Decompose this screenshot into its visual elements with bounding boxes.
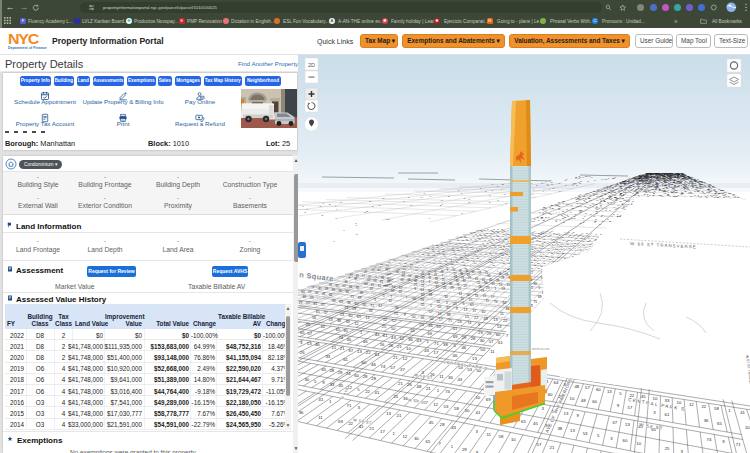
- svg-text:10: 10: [636, 441, 641, 446]
- svg-text:57: 57: [571, 205, 573, 206]
- svg-text:36: 36: [414, 279, 418, 283]
- svg-text:25: 25: [647, 194, 649, 195]
- svg-text:9: 9: [593, 235, 594, 237]
- svg-text:43: 43: [343, 230, 345, 231]
- svg-text:17: 17: [362, 274, 366, 278]
- svg-text:65: 65: [336, 284, 340, 288]
- svg-text:17: 17: [464, 198, 466, 199]
- svg-text:36: 36: [611, 198, 613, 199]
- svg-text:43: 43: [678, 182, 680, 183]
- svg-text:29: 29: [468, 276, 472, 280]
- svg-text:38: 38: [354, 277, 358, 281]
- svg-text:60: 60: [386, 219, 388, 220]
- svg-text:11: 11: [355, 223, 357, 224]
- svg-text:25: 25: [486, 286, 490, 290]
- svg-text:10: 10: [559, 241, 561, 243]
- svg-text:41: 41: [489, 246, 491, 248]
- svg-text:28: 28: [440, 422, 445, 427]
- svg-text:21: 21: [321, 303, 325, 307]
- svg-text:37: 37: [663, 175, 665, 176]
- svg-text:57: 57: [586, 176, 588, 177]
- svg-text:61: 61: [551, 205, 553, 206]
- svg-text:29: 29: [457, 237, 459, 239]
- svg-text:45: 45: [429, 420, 434, 425]
- svg-text:33: 33: [590, 214, 592, 215]
- svg-text:58: 58: [442, 282, 446, 286]
- svg-text:38: 38: [337, 319, 341, 323]
- svg-text:64: 64: [421, 288, 425, 292]
- svg-text:22: 22: [723, 195, 725, 196]
- svg-text:60: 60: [551, 208, 553, 209]
- svg-text:23: 23: [558, 206, 560, 207]
- svg-text:46: 46: [651, 173, 653, 174]
- svg-text:26: 26: [379, 205, 381, 206]
- svg-text:22: 22: [566, 204, 568, 205]
- svg-text:12: 12: [433, 402, 438, 407]
- svg-text:22: 22: [737, 197, 739, 198]
- svg-text:41: 41: [359, 424, 364, 429]
- svg-text:25: 25: [634, 178, 636, 179]
- svg-text:38: 38: [544, 241, 546, 243]
- svg-text:28: 28: [600, 201, 602, 202]
- svg-text:7: 7: [639, 196, 640, 197]
- svg-text:71: 71: [599, 199, 601, 200]
- svg-text:9: 9: [591, 232, 592, 234]
- svg-text:60: 60: [548, 392, 553, 397]
- svg-text:60: 60: [581, 203, 583, 204]
- svg-text:21: 21: [633, 182, 635, 183]
- svg-text:36: 36: [543, 238, 545, 240]
- svg-text:60: 60: [703, 187, 705, 188]
- svg-text:33: 33: [724, 194, 726, 195]
- svg-text:38: 38: [676, 187, 678, 188]
- svg-text:50: 50: [449, 240, 451, 242]
- svg-text:30: 30: [550, 214, 552, 215]
- svg-text:65: 65: [489, 195, 491, 196]
- svg-text:58: 58: [671, 173, 673, 174]
- svg-text:53: 53: [501, 287, 505, 291]
- svg-text:53: 53: [444, 404, 449, 409]
- svg-text:38: 38: [538, 220, 540, 221]
- svg-text:23: 23: [597, 200, 599, 201]
- svg-text:28: 28: [623, 192, 625, 193]
- svg-text:36: 36: [648, 185, 650, 186]
- svg-text:30: 30: [304, 377, 309, 382]
- svg-text:37: 37: [671, 187, 673, 188]
- svg-text:5: 5: [610, 185, 611, 186]
- svg-text:26: 26: [407, 382, 412, 387]
- svg-text:53: 53: [587, 181, 589, 182]
- svg-text:15: 15: [465, 315, 469, 319]
- svg-text:58: 58: [576, 201, 578, 202]
- svg-text:36: 36: [344, 280, 348, 284]
- svg-text:57: 57: [356, 234, 358, 235]
- svg-text:7: 7: [674, 188, 675, 189]
- svg-text:28: 28: [338, 370, 343, 375]
- svg-text:58: 58: [499, 434, 504, 439]
- svg-text:64: 64: [602, 208, 604, 209]
- svg-text:28: 28: [579, 177, 581, 178]
- svg-text:64: 64: [492, 184, 494, 185]
- svg-text:36: 36: [704, 418, 709, 423]
- svg-text:13: 13: [485, 191, 487, 192]
- svg-text:21: 21: [725, 192, 727, 193]
- svg-text:64: 64: [475, 238, 477, 240]
- svg-text:36: 36: [685, 191, 687, 192]
- svg-text:41: 41: [714, 187, 716, 188]
- svg-text:21: 21: [414, 283, 418, 287]
- svg-text:15: 15: [576, 185, 578, 186]
- svg-text:50: 50: [640, 183, 642, 184]
- svg-text:43: 43: [457, 377, 462, 382]
- svg-text:11: 11: [589, 239, 591, 241]
- svg-text:48: 48: [579, 212, 581, 213]
- svg-text:17: 17: [547, 184, 549, 185]
- svg-text:21: 21: [648, 173, 650, 174]
- svg-text:26: 26: [645, 189, 647, 190]
- svg-text:22: 22: [308, 290, 312, 294]
- svg-text:15: 15: [483, 294, 487, 298]
- svg-text:60: 60: [675, 190, 677, 191]
- svg-text:1: 1: [593, 204, 594, 205]
- svg-text:46: 46: [505, 307, 509, 311]
- svg-text:10: 10: [677, 400, 682, 405]
- svg-text:13: 13: [455, 243, 457, 245]
- svg-text:17: 17: [434, 350, 439, 355]
- svg-text:13: 13: [493, 317, 497, 322]
